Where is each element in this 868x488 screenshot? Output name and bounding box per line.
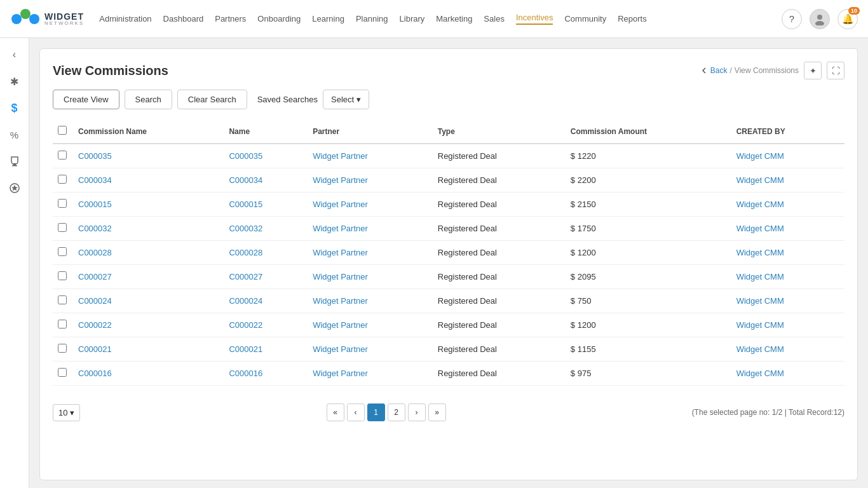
pin-button[interactable]: ✦	[804, 62, 822, 79]
logo[interactable]: WIDGET NETWORKS	[10, 6, 84, 32]
created-by-link[interactable]: Widget CMM	[736, 320, 784, 330]
partner-link[interactable]: Widget Partner	[313, 320, 368, 330]
nav-reports[interactable]: Reports	[618, 14, 647, 24]
partner-link[interactable]: Widget Partner	[313, 224, 368, 233]
created-by-link[interactable]: Widget CMM	[736, 344, 784, 354]
page-2-btn[interactable]: 2	[388, 403, 405, 421]
commission-name-link[interactable]: C000027	[78, 272, 112, 281]
partner-link[interactable]: Widget Partner	[313, 248, 368, 257]
expand-button[interactable]: ⛶	[827, 62, 844, 79]
page-next-btn[interactable]: ›	[408, 403, 426, 421]
name-link[interactable]: C000016	[229, 369, 262, 378]
name-link[interactable]: C000027	[229, 272, 262, 281]
name-link[interactable]: C000021	[229, 344, 262, 354]
nav-learning[interactable]: Learning	[312, 14, 344, 24]
partner-link[interactable]: Widget Partner	[313, 151, 368, 161]
name-link[interactable]: C000015	[229, 200, 262, 209]
nav-partners[interactable]: Partners	[215, 14, 246, 24]
pagination-bar: 10 ▾ « ‹ 1 2 › » (The selected page no: …	[53, 396, 844, 421]
search-button[interactable]: Search	[125, 90, 172, 109]
clear-search-button[interactable]: Clear Search	[177, 90, 247, 109]
page-size-select[interactable]: 10 ▾	[53, 404, 80, 421]
created-by-link[interactable]: Widget CMM	[736, 200, 784, 209]
name-link[interactable]: C000024	[229, 296, 262, 306]
partner-link[interactable]: Widget Partner	[313, 344, 368, 354]
create-view-button[interactable]: Create View	[53, 90, 119, 109]
pagination-buttons: « ‹ 1 2 › »	[327, 403, 446, 421]
created-by-link[interactable]: Widget CMM	[736, 224, 784, 233]
created-by-link[interactable]: Widget CMM	[736, 369, 784, 378]
partner-link[interactable]: Widget Partner	[313, 272, 368, 281]
nav-marketing[interactable]: Marketing	[436, 14, 472, 24]
name-link[interactable]: C000035	[229, 151, 262, 161]
row-checkbox-2[interactable]	[58, 199, 67, 208]
select-dropdown[interactable]: Select ▾	[323, 90, 369, 109]
created-by-link[interactable]: Widget CMM	[736, 175, 784, 185]
row-created-by: Widget CMM	[731, 313, 844, 337]
row-checkbox-6[interactable]	[58, 295, 67, 304]
sidebar-money[interactable]: $	[3, 97, 26, 119]
page-first-btn[interactable]: «	[327, 403, 344, 421]
page-prev-btn[interactable]: ‹	[347, 403, 365, 421]
sidebar-trophy[interactable]	[3, 150, 26, 173]
notifications-button[interactable]: 🔔 10	[837, 9, 858, 29]
nav-incentives[interactable]: Incentives	[516, 13, 553, 25]
row-checkbox-4[interactable]	[58, 247, 67, 256]
row-checkbox-1[interactable]	[58, 175, 67, 184]
nav-dashboard[interactable]: Dashboard	[163, 14, 204, 24]
sidebar-badge[interactable]	[3, 177, 26, 200]
select-all-checkbox[interactable]	[58, 126, 67, 135]
header-commission-amount: Commission Amount	[566, 119, 731, 144]
row-checkbox-cell	[53, 313, 73, 337]
user-avatar[interactable]	[810, 9, 830, 29]
name-link[interactable]: C000034	[229, 175, 262, 185]
partner-link[interactable]: Widget Partner	[313, 296, 368, 306]
nav-library[interactable]: Library	[400, 14, 425, 24]
table-row: C000022 C000022 Widget Partner Registere…	[53, 313, 844, 337]
commission-name-link[interactable]: C000015	[78, 200, 112, 209]
row-checkbox-7[interactable]	[58, 320, 67, 329]
name-link[interactable]: C000028	[229, 248, 262, 257]
name-link[interactable]: C000032	[229, 224, 262, 233]
commission-name-link[interactable]: C000016	[78, 369, 112, 378]
row-checkbox-8[interactable]	[58, 344, 67, 353]
partner-link[interactable]: Widget Partner	[313, 369, 368, 378]
nav-onboarding[interactable]: Onboarding	[257, 14, 301, 24]
sidebar-collapse[interactable]: ‹	[3, 43, 26, 66]
commission-name-link[interactable]: C000022	[78, 320, 112, 330]
commission-name-link[interactable]: C000034	[78, 175, 112, 185]
sidebar-percent[interactable]: %	[3, 123, 26, 146]
row-commission-name: C000024	[73, 289, 224, 313]
created-by-link[interactable]: Widget CMM	[736, 272, 784, 281]
help-button[interactable]: ?	[782, 9, 802, 29]
name-link[interactable]: C000022	[229, 320, 262, 330]
svg-rect-5	[13, 163, 16, 165]
created-by-link[interactable]: Widget CMM	[736, 296, 784, 306]
created-by-link[interactable]: Widget CMM	[736, 248, 784, 257]
partner-link[interactable]: Widget Partner	[313, 175, 368, 185]
row-checkbox-5[interactable]	[58, 271, 67, 280]
commission-name-link[interactable]: C000032	[78, 224, 112, 233]
commission-name-link[interactable]: C000035	[78, 151, 112, 161]
nav-administration[interactable]: Administration	[99, 14, 151, 24]
row-checkbox-9[interactable]	[58, 368, 67, 377]
sidebar-settings[interactable]: ✱	[3, 70, 26, 93]
row-checkbox-cell	[53, 168, 73, 193]
created-by-link[interactable]: Widget CMM	[736, 151, 784, 161]
page-1-btn[interactable]: 1	[367, 403, 385, 421]
partner-link[interactable]: Widget Partner	[313, 200, 368, 209]
breadcrumb-back[interactable]: Back	[710, 66, 728, 75]
nav-sales[interactable]: Sales	[484, 14, 505, 24]
toolbar: Create View Search Clear Search Saved Se…	[53, 90, 844, 109]
row-commission-name: C000027	[73, 265, 224, 289]
row-checkbox-3[interactable]	[58, 223, 67, 232]
row-checkbox-0[interactable]	[58, 151, 67, 159]
commission-name-link[interactable]: C000021	[78, 344, 112, 354]
nav-community[interactable]: Community	[564, 14, 606, 24]
page-last-btn[interactable]: »	[428, 403, 446, 421]
commission-name-link[interactable]: C000028	[78, 248, 112, 257]
svg-point-3	[817, 15, 822, 20]
nav-planning[interactable]: Planning	[356, 14, 388, 24]
row-created-by: Widget CMM	[731, 337, 844, 362]
commission-name-link[interactable]: C000024	[78, 296, 112, 306]
